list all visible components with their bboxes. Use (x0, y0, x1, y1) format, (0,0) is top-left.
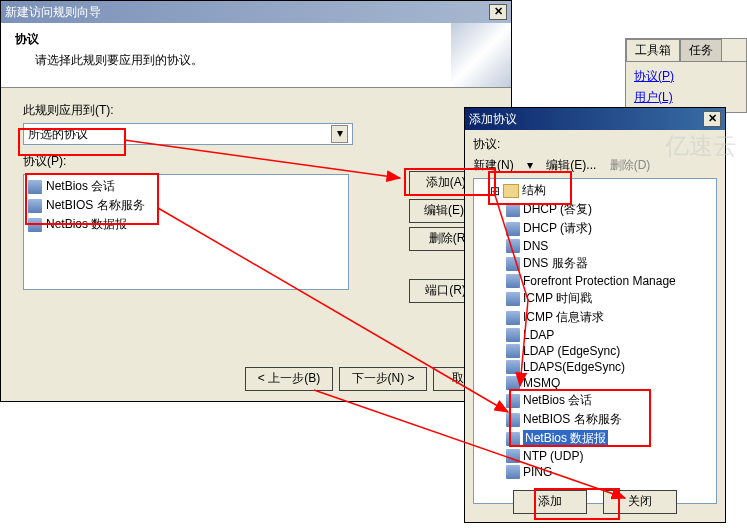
link-users[interactable]: 用户(L) (634, 87, 738, 108)
protocol-icon (506, 465, 520, 479)
add-title: 添加协议 (469, 111, 517, 128)
dropdown-value: 所选的协议 (28, 126, 88, 143)
proto-label: 协议(P): (23, 153, 489, 170)
new-menu[interactable]: 新建(N) ▾ (473, 158, 533, 172)
protocol-icon (506, 344, 520, 358)
wizard-subtitle: 请选择此规则要应用到的协议。 (35, 52, 497, 69)
tree-root[interactable]: ⊟结构 (490, 181, 714, 200)
add-confirm-button[interactable]: 添加 (513, 490, 587, 514)
tree-item[interactable]: LDAP (506, 327, 714, 343)
protocol-icon (506, 449, 520, 463)
tree-item[interactable]: MSMQ (506, 375, 714, 391)
tab-tasks[interactable]: 任务 (680, 39, 722, 61)
tab-toolbox[interactable]: 工具箱 (626, 39, 680, 61)
wizard-titlebar: 新建访问规则向导 ✕ (1, 1, 511, 23)
close-button[interactable]: 关闭 (603, 490, 677, 514)
add-protocol-window: 添加协议 ✕ 协议: 新建(N) ▾ 编辑(E)... 删除(D) ⊟结构 DH… (464, 107, 726, 523)
tree-item[interactable]: Forefront Protection Manage (506, 273, 714, 289)
protocol-icon (506, 257, 520, 271)
add-titlebar: 添加协议 ✕ (465, 108, 725, 130)
protocol-icon (506, 203, 520, 217)
wizard-graphic (451, 23, 511, 87)
wizard-title: 新建访问规则向导 (5, 4, 101, 21)
add-button-row: 添加 关闭 (465, 490, 725, 514)
tree-item[interactable]: NetBios 数据报 (506, 429, 714, 448)
wizard-nav: < 上一步(B) 下一步(N) > 取消 (245, 367, 495, 391)
protocol-icon (506, 360, 520, 374)
collapse-icon[interactable]: ⊟ (490, 184, 500, 198)
protocol-icon (506, 328, 520, 342)
protocol-icon (506, 292, 520, 306)
protocol-icon (506, 413, 520, 427)
apply-dropdown[interactable]: 所选的协议 ▾ (23, 123, 353, 145)
next-button[interactable]: 下一步(N) > (339, 367, 427, 391)
back-button[interactable]: < 上一步(B) (245, 367, 333, 391)
protocol-tree[interactable]: ⊟结构 DHCP (答复)DHCP (请求)DNSDNS 服务器Forefron… (473, 178, 717, 504)
tree-item[interactable]: DNS (506, 238, 714, 254)
tree-item[interactable]: DHCP (答复) (506, 200, 714, 219)
folder-icon (503, 184, 519, 198)
tree-item[interactable]: PING (506, 464, 714, 480)
protocol-icon (506, 222, 520, 236)
protocol-icon (28, 218, 42, 232)
protocol-listbox[interactable]: NetBios 会话 NetBIOS 名称服务 NetBios 数据报 (23, 174, 349, 290)
add-label: 协议: (473, 136, 717, 153)
tree-item[interactable]: LDAPS(EdgeSync) (506, 359, 714, 375)
list-item[interactable]: NetBIOS 名称服务 (26, 196, 346, 215)
wizard-header: 协议 请选择此规则要应用到的协议。 (1, 23, 511, 88)
tree-item[interactable]: ICMP 信息请求 (506, 308, 714, 327)
protocol-icon (506, 239, 520, 253)
protocol-icon (28, 180, 42, 194)
wizard-window: 新建访问规则向导 ✕ 协议 请选择此规则要应用到的协议。 此规则应用到(T): … (0, 0, 512, 402)
add-toolbar: 新建(N) ▾ 编辑(E)... 删除(D) (473, 157, 717, 174)
add-close-btn[interactable]: ✕ (703, 111, 721, 127)
list-item[interactable]: NetBios 数据报 (26, 215, 346, 234)
apply-label: 此规则应用到(T): (23, 102, 489, 119)
tree-item[interactable]: ICMP 时间戳 (506, 289, 714, 308)
link-protocols[interactable]: 协议(P) (634, 66, 738, 87)
side-panel: 工具箱 任务 协议(P) 用户(L) (625, 38, 747, 113)
dropdown-arrow-icon[interactable]: ▾ (331, 125, 348, 143)
wizard-heading: 协议 (15, 32, 39, 46)
delete-menu: 删除(D) (610, 158, 651, 172)
edit-menu[interactable]: 编辑(E)... (546, 158, 596, 172)
protocol-icon (506, 274, 520, 288)
protocol-icon (506, 432, 520, 446)
list-item[interactable]: NetBios 会话 (26, 177, 346, 196)
tree-item[interactable]: DNS 服务器 (506, 254, 714, 273)
tree-item[interactable]: NetBIOS 名称服务 (506, 410, 714, 429)
tree-item[interactable]: NTP (UDP) (506, 448, 714, 464)
protocol-icon (506, 311, 520, 325)
protocol-icon (506, 376, 520, 390)
tree-item[interactable]: LDAP (EdgeSync) (506, 343, 714, 359)
tree-item[interactable]: NetBios 会话 (506, 391, 714, 410)
tree-item[interactable]: DHCP (请求) (506, 219, 714, 238)
protocol-icon (28, 199, 42, 213)
protocol-icon (506, 394, 520, 408)
wizard-close-btn[interactable]: ✕ (489, 4, 507, 20)
